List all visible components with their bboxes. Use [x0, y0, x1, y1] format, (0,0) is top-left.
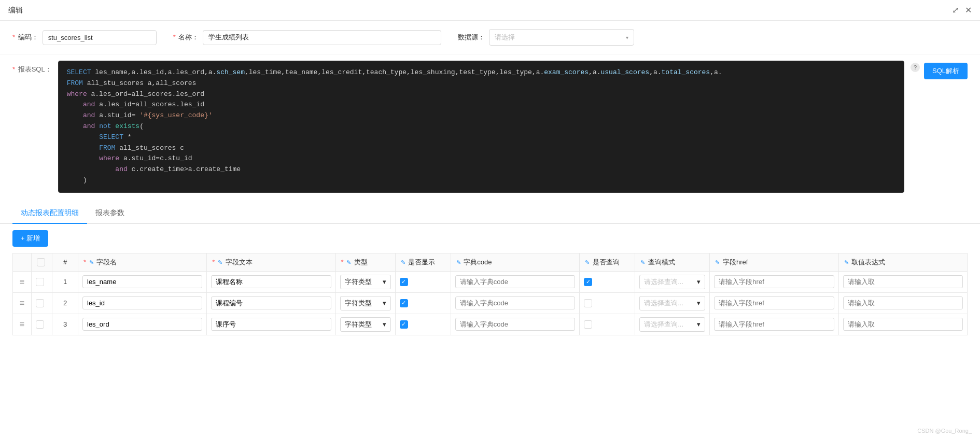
th-is-query[interactable]: ✎ 是否查询: [580, 253, 635, 271]
dict-code-cell-1: [451, 271, 579, 292]
table-row: ≡ 2 字符类型 ▾: [13, 292, 968, 314]
is-query-checkbox-1[interactable]: ✓: [584, 278, 592, 286]
query-mode-select-3[interactable]: 请选择查询... ▾: [639, 317, 705, 332]
th-query-mode[interactable]: ✎ 查询模式: [635, 253, 710, 271]
sql-actions: ? SQL解析: [911, 61, 968, 79]
query-mode-cell-3: 请选择查询... ▾: [635, 314, 710, 335]
table-header-row: # * ✎ 字段名 * ✎ 字段文本 * ✎ 类型 ✎: [13, 253, 968, 271]
datasource-label: 数据源：: [458, 33, 485, 42]
is-show-cell-1[interactable]: ✓: [395, 271, 451, 292]
num-cell-2: 2: [52, 292, 78, 314]
th-field-name[interactable]: * ✎ 字段名: [78, 253, 207, 271]
is-query-checkbox-2[interactable]: [584, 299, 592, 307]
is-show-cell-3[interactable]: ✓: [395, 314, 451, 335]
query-mode-cell-1: 请选择查询... ▾: [635, 271, 710, 292]
is-query-checkbox-3[interactable]: [584, 320, 592, 329]
is-query-cell-1[interactable]: ✓: [580, 271, 635, 292]
drag-handle-icon[interactable]: ≡: [20, 277, 24, 286]
drag-handle-icon[interactable]: ≡: [20, 320, 24, 329]
query-mode-arrow-3: ▾: [697, 320, 701, 328]
value-expr-cell-3: [838, 314, 967, 335]
row-checkbox-1[interactable]: [36, 278, 44, 286]
tab-params[interactable]: 报表参数: [87, 203, 133, 224]
sql-required-star: *: [12, 65, 15, 73]
row-checkbox-2[interactable]: [36, 299, 44, 307]
th-dict-code[interactable]: ✎ 字典code: [451, 253, 579, 271]
tab-detail[interactable]: 动态报表配置明细: [12, 203, 87, 224]
value-expr-input-3[interactable]: [843, 318, 963, 331]
th-field-href[interactable]: ✎ 字段href: [710, 253, 838, 271]
value-expr-input-1[interactable]: [843, 275, 963, 288]
drag-cell-3[interactable]: ≡: [13, 314, 32, 335]
field-text-input-2[interactable]: [211, 296, 331, 309]
query-mode-arrow-1: ▾: [697, 278, 701, 286]
check-cell-1[interactable]: [32, 271, 52, 292]
check-cell-2[interactable]: [32, 292, 52, 314]
dict-code-input-3[interactable]: [455, 318, 575, 331]
is-show-cell-2[interactable]: ✓: [395, 292, 451, 314]
name-label: * 名称：: [173, 33, 199, 42]
code-label: * 编码：: [12, 33, 38, 42]
code-input[interactable]: [43, 30, 157, 45]
datasource-select[interactable]: 请选择 ▾: [489, 29, 634, 46]
toolbar: + 新增: [0, 224, 980, 253]
th-check[interactable]: [32, 253, 52, 271]
type-select-2[interactable]: 字符类型 ▾: [340, 296, 391, 310]
is-show-checkbox-1[interactable]: ✓: [400, 278, 408, 286]
query-mode-select-1[interactable]: 请选择查询... ▾: [639, 275, 705, 289]
help-icon[interactable]: ?: [911, 63, 920, 72]
field-name-input-1[interactable]: [82, 275, 202, 288]
check-cell-3[interactable]: [32, 314, 52, 335]
th-value-expr[interactable]: ✎ 取值表达式: [838, 253, 967, 271]
minimize-button[interactable]: ⤢: [952, 5, 959, 15]
field-name-input-2[interactable]: [82, 296, 202, 309]
drag-cell-2[interactable]: ≡: [13, 292, 32, 314]
field-text-input-1[interactable]: [211, 275, 331, 288]
field-name-cell-2: [78, 292, 207, 314]
type-select-1[interactable]: 字符类型 ▾: [340, 275, 391, 289]
drag-cell-1[interactable]: ≡: [13, 271, 32, 292]
field-text-cell-1: [207, 271, 335, 292]
is-show-checkbox-3[interactable]: ✓: [400, 320, 408, 329]
query-mode-cell-2: 请选择查询... ▾: [635, 292, 710, 314]
field-href-cell-2: [710, 292, 838, 314]
query-mode-select-2[interactable]: 请选择查询... ▾: [639, 296, 705, 310]
type-cell-2: 字符类型 ▾: [335, 292, 395, 314]
form-row: * 编码： * 名称： 数据源： 请选择 ▾: [0, 21, 980, 54]
field-href-input-3[interactable]: [714, 318, 834, 331]
sql-editor[interactable]: SELECT les_name,a.les_id,a.les_ord,a.sch…: [58, 61, 904, 193]
th-type[interactable]: * ✎ 类型: [335, 253, 395, 271]
query-mode-arrow-2: ▾: [697, 299, 701, 307]
dict-code-input-2[interactable]: [455, 296, 575, 309]
th-field-text[interactable]: * ✎ 字段文本: [207, 253, 335, 271]
datasource-field: 数据源： 请选择 ▾: [458, 29, 634, 46]
value-expr-cell-2: [838, 292, 967, 314]
th-drag: [13, 253, 32, 271]
field-href-cell-1: [710, 271, 838, 292]
field-text-input-3[interactable]: [211, 318, 331, 331]
datasource-arrow-icon: ▾: [626, 35, 628, 40]
add-button[interactable]: + 新增: [12, 230, 48, 247]
row-checkbox-3[interactable]: [36, 320, 44, 329]
field-name-input-3[interactable]: [82, 318, 202, 331]
sql-parse-button[interactable]: SQL解析: [924, 63, 968, 79]
page-title: 编辑: [8, 6, 23, 15]
is-query-cell-2[interactable]: [580, 292, 635, 314]
is-query-cell-3[interactable]: [580, 314, 635, 335]
th-is-show[interactable]: ✎ 是否显示: [395, 253, 451, 271]
table-row: ≡ 3 字符类型 ▾: [13, 314, 968, 335]
code-required-star: *: [12, 33, 15, 41]
type-select-3[interactable]: 字符类型 ▾: [340, 317, 391, 332]
drag-handle-icon[interactable]: ≡: [20, 299, 24, 307]
value-expr-cell-1: [838, 271, 967, 292]
name-input[interactable]: [203, 30, 441, 45]
sql-editor-container: SELECT les_name,a.les_id,a.les_ord,a.sch…: [58, 61, 904, 193]
field-href-input-2[interactable]: [714, 296, 834, 309]
value-expr-input-2[interactable]: [843, 296, 963, 309]
is-show-checkbox-2[interactable]: ✓: [400, 299, 408, 307]
dict-code-input-1[interactable]: [455, 275, 575, 288]
close-button[interactable]: ✕: [965, 5, 972, 15]
header-checkbox[interactable]: [37, 258, 45, 266]
table-container: # * ✎ 字段名 * ✎ 字段文本 * ✎ 类型 ✎: [0, 253, 980, 335]
field-href-input-1[interactable]: [714, 275, 834, 288]
